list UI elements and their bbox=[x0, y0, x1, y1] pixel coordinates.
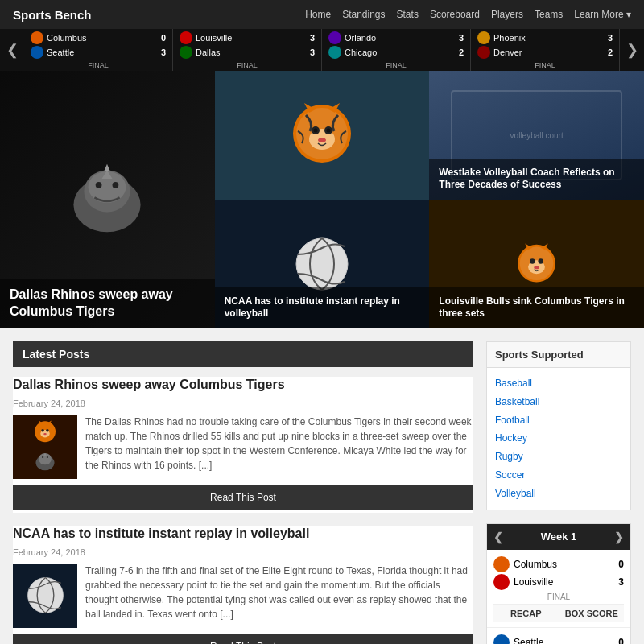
sb-recap-btn[interactable]: RECAP bbox=[493, 605, 559, 622]
post-2-body: Trailing 7-6 in the fifth and final set … bbox=[13, 564, 473, 628]
team-logo bbox=[328, 31, 341, 44]
post-1-title: Dallas Rhinos sweep away Columbus Tigers bbox=[13, 377, 473, 395]
team-logo bbox=[477, 46, 490, 59]
sports-list: BaseballBasketballFootballHockeyRugbySoc… bbox=[495, 374, 622, 503]
hero-grid: Dallas Rhinos sweep away Columbus Tigers bbox=[0, 71, 644, 328]
sport-list-item[interactable]: Hockey bbox=[495, 429, 622, 448]
tiger-small-icon bbox=[510, 238, 563, 291]
post-2-header: NCAA has to institute instant replay in … bbox=[13, 526, 473, 557]
main-content: Latest Posts Dallas Rhinos sweep away Co… bbox=[0, 328, 644, 644]
sb-team-row: Seattle0 bbox=[493, 634, 624, 644]
scoreboard-widget-header: ❮ Week 1 ❯ bbox=[487, 524, 630, 550]
post-1-read-btn[interactable]: Read This Post bbox=[13, 485, 473, 510]
score-bar-next[interactable]: ❯ bbox=[620, 29, 644, 71]
score-game: Louisville3Dallas3FINAL bbox=[173, 29, 322, 71]
sb-team-name: Columbus bbox=[514, 559, 607, 570]
team-name: Chicago bbox=[345, 47, 451, 57]
svg-point-37 bbox=[47, 456, 48, 458]
hero-volleyball-title: NCAA has to institute instant replay in … bbox=[225, 295, 420, 320]
post-1-rhino-icon bbox=[31, 447, 60, 476]
post-1-excerpt: The Dallas Rhinos had no trouble taking … bbox=[85, 415, 473, 473]
post-2-date: February 24, 2018 bbox=[13, 547, 473, 557]
sb-team-logo bbox=[493, 556, 510, 572]
svg-point-5 bbox=[96, 182, 102, 188]
score-row: Chicago2 bbox=[328, 46, 464, 59]
score-row: Seattle3 bbox=[31, 46, 166, 59]
post-2-thumb bbox=[13, 564, 77, 628]
navigation: Sports Bench Home Standings Stats Scoreb… bbox=[0, 0, 644, 29]
svg-point-28 bbox=[41, 429, 44, 432]
nav-learnmore[interactable]: Learn More ▾ bbox=[574, 9, 631, 20]
sport-list-item[interactable]: Football bbox=[495, 411, 622, 430]
sport-list-item[interactable]: Basketball bbox=[495, 393, 622, 411]
team-name: Seattle bbox=[47, 47, 153, 57]
team-score: 0 bbox=[156, 33, 166, 43]
sb-team-score: 0 bbox=[611, 637, 624, 644]
svg-point-12 bbox=[313, 129, 317, 133]
team-name: Louisville bbox=[196, 33, 302, 43]
hero-volleyball-overlay: NCAA has to institute instant replay in … bbox=[215, 287, 430, 328]
svg-marker-4 bbox=[104, 164, 110, 171]
sb-team-name: Louisville bbox=[514, 576, 607, 588]
sb-game: Seattle0Dallas3FINALRECAPBOX SCORE bbox=[487, 628, 630, 644]
score-games: Columbus0Seattle3FINALLouisville3Dallas3… bbox=[24, 29, 620, 71]
nav-players[interactable]: Players bbox=[491, 9, 523, 20]
nav-standings[interactable]: Standings bbox=[342, 9, 385, 20]
score-final-label: FINAL bbox=[31, 61, 166, 69]
sports-supported-widget: Sports Supported BaseballBasketballFootb… bbox=[486, 341, 631, 510]
hero-cell-gym[interactable]: volleyball court Westlake Volleyball Coa… bbox=[429, 71, 644, 200]
nav-teams[interactable]: Teams bbox=[535, 9, 563, 20]
sport-list-item[interactable]: Volleyball bbox=[495, 485, 622, 503]
team-logo bbox=[477, 31, 490, 44]
team-score: 3 bbox=[603, 33, 613, 43]
hero-tiger-small-title: Louisville Bulls sink Columbus Tigers in… bbox=[439, 295, 634, 320]
scoreboard-widget: ❮ Week 1 ❯ Columbus0Louisville3FINALRECA… bbox=[486, 523, 631, 644]
hero-cell-large[interactable]: Dallas Rhinos sweep away Columbus Tigers bbox=[0, 71, 215, 328]
post-2-excerpt: Trailing 7-6 in the fifth and final set … bbox=[85, 564, 473, 621]
team-score: 2 bbox=[603, 47, 613, 57]
svg-point-30 bbox=[43, 433, 47, 435]
nav-stats[interactable]: Stats bbox=[397, 9, 419, 20]
team-name: Dallas bbox=[196, 47, 302, 57]
post-2-read-btn[interactable]: Read This Post bbox=[13, 634, 473, 644]
nav-home[interactable]: Home bbox=[305, 9, 331, 20]
nav-scoreboard[interactable]: Scoreboard bbox=[430, 9, 480, 20]
sport-list-item[interactable]: Soccer bbox=[495, 466, 622, 485]
hero-tiger-small-overlay: Louisville Bulls sink Columbus Tigers in… bbox=[429, 287, 644, 328]
score-bar-prev[interactable]: ❮ bbox=[0, 29, 24, 71]
hero-gym-title: Westlake Volleyball Coach Reflects on Th… bbox=[439, 167, 634, 192]
sb-team-logo bbox=[493, 634, 510, 644]
sports-list-container: BaseballBasketballFootballHockeyRugbySoc… bbox=[487, 368, 630, 510]
team-logo bbox=[31, 31, 43, 44]
scoreboard-next-arrow[interactable]: ❯ bbox=[614, 530, 624, 543]
post-2-title: NCAA has to institute instant replay in … bbox=[13, 526, 473, 544]
svg-point-17 bbox=[296, 238, 348, 290]
post-1-body: The Dallas Rhinos had no trouble taking … bbox=[13, 415, 473, 479]
sb-team-row: Columbus0 bbox=[493, 556, 624, 572]
team-name: Columbus bbox=[47, 33, 153, 43]
hero-cell-volleyball[interactable]: NCAA has to institute instant replay in … bbox=[215, 200, 430, 328]
post-2-volleyball-icon bbox=[23, 573, 68, 617]
sb-boxscore-btn[interactable]: BOX SCORE bbox=[559, 605, 625, 622]
hero-cell-tiger[interactable] bbox=[215, 71, 430, 200]
hero-cell-tiger-small[interactable]: Louisville Bulls sink Columbus Tigers in… bbox=[429, 200, 644, 328]
post-item-2: NCAA has to institute instant replay in … bbox=[13, 526, 473, 644]
team-name: Denver bbox=[493, 47, 600, 57]
svg-point-23 bbox=[534, 266, 539, 269]
sport-list-item[interactable]: Baseball bbox=[495, 374, 622, 393]
scoreboard-prev-arrow[interactable]: ❮ bbox=[493, 530, 503, 543]
sport-list-item[interactable]: Rugby bbox=[495, 448, 622, 466]
latest-posts-header: Latest Posts bbox=[13, 341, 473, 367]
post-1-header: Dallas Rhinos sweep away Columbus Tigers… bbox=[13, 377, 473, 408]
nav-brand: Sports Bench bbox=[13, 8, 92, 22]
score-final-label: FINAL bbox=[180, 61, 315, 69]
sb-actions-row: RECAPBOX SCORE bbox=[493, 604, 624, 622]
post-2-text: Trailing 7-6 in the fifth and final set … bbox=[85, 564, 473, 628]
post-1-text: The Dallas Rhinos had no trouble taking … bbox=[85, 415, 473, 479]
svg-point-13 bbox=[326, 129, 330, 133]
sb-team-logo bbox=[493, 574, 510, 590]
scoreboard-week: Week 1 bbox=[541, 530, 577, 543]
hero-large-title: Dallas Rhinos sweep away Columbus Tigers bbox=[10, 287, 205, 320]
rhino-icon bbox=[55, 147, 159, 252]
score-final-label: FINAL bbox=[477, 61, 613, 69]
